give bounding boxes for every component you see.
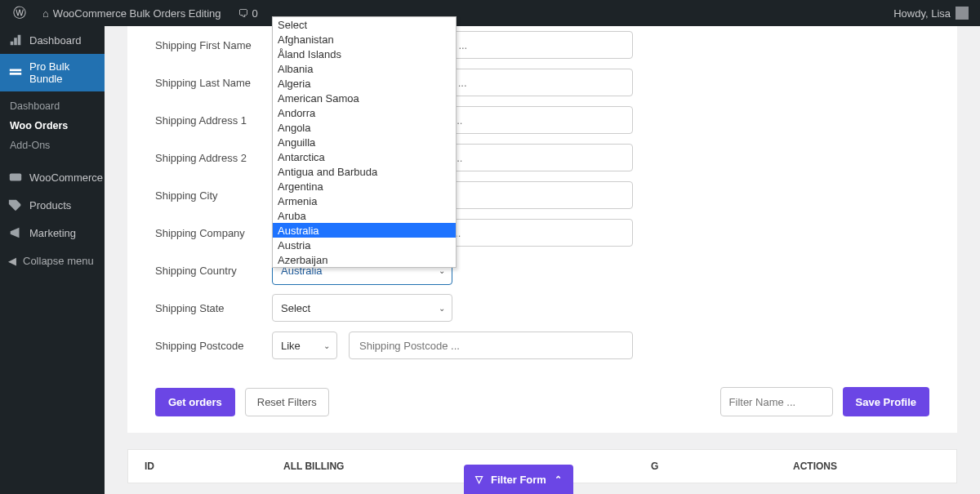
label-shipping-country: Shipping Country <box>155 265 272 277</box>
woocommerce-icon <box>8 170 23 185</box>
country-option[interactable]: Argentina <box>273 179 456 194</box>
collapse-menu[interactable]: ◀ Collapse menu <box>0 247 105 275</box>
admin-bar: ⓦ ⌂ WooCommerce Bulk Orders Editing 🗨 0 … <box>0 0 980 26</box>
svg-rect-0 <box>10 69 21 72</box>
admin-sidebar: Dashboard Pro Bulk Bundle Dashboard Woo … <box>0 26 105 494</box>
site-link[interactable]: ⌂ WooCommerce Bulk Orders Editing <box>36 0 228 26</box>
country-option[interactable]: Armenia <box>273 194 456 208</box>
country-option[interactable]: Albania <box>273 61 456 76</box>
country-option[interactable]: Antarctica <box>273 149 456 164</box>
comment-icon: 🗨 <box>238 7 248 20</box>
form-label: Shipping First Name <box>155 39 272 51</box>
save-profile-button[interactable]: Save Profile <box>843 387 929 416</box>
filter-form-toggle[interactable]: ▽ Filter Form ⌃ <box>464 465 573 494</box>
form-label: Shipping City <box>155 189 272 202</box>
filter-form-label: Filter Form <box>491 474 546 486</box>
country-option[interactable]: American Samoa <box>273 91 456 105</box>
sidebar-item-label: Dashboard <box>29 34 82 47</box>
postcode-like-select[interactable]: Like <box>272 332 337 359</box>
form-label: Shipping Address 2 <box>155 152 272 164</box>
form-label: Shipping Company <box>155 227 272 239</box>
label-shipping-postcode: Shipping Postcode <box>155 340 272 352</box>
th-actions[interactable]: ACTIONS <box>793 461 956 472</box>
reset-filters-button[interactable]: Reset Filters <box>245 388 329 416</box>
shipping-state-select[interactable]: Select <box>272 294 452 322</box>
sidebar-item-woocommerce[interactable]: WooCommerce <box>0 163 105 191</box>
th-id[interactable]: ID <box>128 461 283 472</box>
form-label: Shipping Address 1 <box>155 114 272 127</box>
sidebar-item-pro-bulk[interactable]: Pro Bulk Bundle <box>0 54 105 91</box>
country-option[interactable]: Angola <box>273 120 456 135</box>
howdy-text: Howdy, Lisa <box>893 7 951 20</box>
bundle-icon <box>8 65 23 80</box>
wordpress-icon: ⓦ <box>13 5 26 22</box>
country-dropdown-list[interactable]: SelectAfghanistanÅland IslandsAlbaniaAlg… <box>272 16 457 268</box>
submenu-woo-orders[interactable]: Woo Orders <box>0 116 105 136</box>
collapse-label: Collapse menu <box>23 255 94 267</box>
collapse-icon: ◀ <box>8 255 16 267</box>
th-shipping-tail: G <box>553 461 793 472</box>
shipping-postcode-input[interactable] <box>349 332 633 359</box>
wp-logo[interactable]: ⓦ <box>7 0 33 26</box>
sidebar-item-label: WooCommerce <box>29 171 103 184</box>
filter-icon: ▽ <box>475 474 483 485</box>
filter-name-input[interactable] <box>720 387 833 416</box>
row-shipping-state: Shipping State Select ⌄ <box>155 289 929 327</box>
country-option[interactable]: Afghanistan <box>273 32 456 47</box>
actions-row: Get orders Reset Filters Save Profile <box>155 364 929 416</box>
svg-rect-1 <box>10 73 21 75</box>
country-option[interactable]: Andorra <box>273 105 456 120</box>
sidebar-item-label: Marketing <box>29 227 76 239</box>
submenu-dashboard[interactable]: Dashboard <box>0 96 105 116</box>
adminbar-left: ⓦ ⌂ WooCommerce Bulk Orders Editing 🗨 0 <box>7 0 265 26</box>
get-orders-button[interactable]: Get orders <box>155 388 235 416</box>
sidebar-item-dashboard[interactable]: Dashboard <box>0 26 105 54</box>
comment-count: 0 <box>252 7 258 20</box>
country-option[interactable]: Aruba <box>273 208 456 223</box>
country-option[interactable]: Anguilla <box>273 135 456 149</box>
avatar <box>956 7 969 20</box>
filter-panel: Shipping First NameLike⌄Shipping Last Na… <box>127 26 957 433</box>
country-option[interactable]: Australia <box>273 223 456 238</box>
submenu-addons[interactable]: Add-Ons <box>0 136 105 155</box>
svg-rect-2 <box>10 174 21 181</box>
content-area: Shipping First NameLike⌄Shipping Last Na… <box>105 26 980 494</box>
country-option[interactable]: Azerbaijan <box>273 252 456 267</box>
country-option[interactable]: Austria <box>273 238 456 252</box>
adminbar-right[interactable]: Howdy, Lisa <box>893 7 973 20</box>
sidebar-item-label: Products <box>29 199 71 211</box>
sidebar-item-marketing[interactable]: Marketing <box>0 219 105 247</box>
home-icon: ⌂ <box>42 7 49 20</box>
site-title: WooCommerce Bulk Orders Editing <box>53 7 221 20</box>
label-shipping-state: Shipping State <box>155 302 272 314</box>
marketing-icon <box>8 225 23 240</box>
row-shipping-postcode: Shipping Postcode Like ⌄ <box>155 327 929 364</box>
form-label: Shipping Last Name <box>155 77 272 89</box>
sidebar-item-products[interactable]: Products <box>0 191 105 219</box>
country-option[interactable]: Algeria <box>273 76 456 91</box>
products-icon <box>8 198 23 212</box>
chevron-up-icon: ⌃ <box>555 474 562 485</box>
country-option[interactable]: Åland Islands <box>273 47 456 61</box>
comments-link[interactable]: 🗨 0 <box>231 0 265 26</box>
country-option[interactable]: Bahamas <box>273 267 456 268</box>
sidebar-submenu: Dashboard Woo Orders Add-Ons <box>0 91 105 163</box>
dashboard-icon <box>8 33 23 47</box>
country-option[interactable]: Select <box>273 17 456 32</box>
sidebar-item-label: Pro Bulk Bundle <box>29 60 96 85</box>
country-option[interactable]: Antigua and Barbuda <box>273 164 456 179</box>
